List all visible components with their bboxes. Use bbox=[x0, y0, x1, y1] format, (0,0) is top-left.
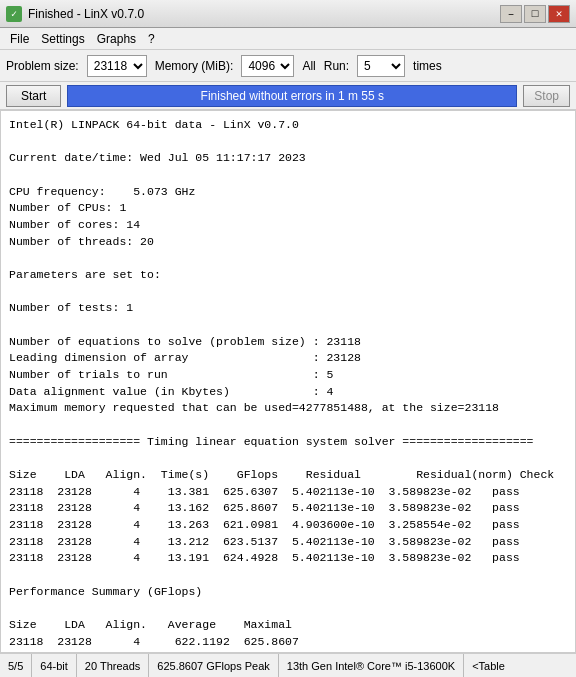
memory-select[interactable]: 4096 bbox=[241, 55, 294, 77]
menu-settings[interactable]: Settings bbox=[35, 30, 90, 48]
app-icon: ✓ bbox=[6, 6, 22, 22]
minimize-button[interactable]: – bbox=[500, 5, 522, 23]
memory-label: Memory (MiB): bbox=[155, 59, 234, 73]
start-button[interactable]: Start bbox=[6, 85, 61, 107]
status-gflops: 625.8607 GFlops Peak bbox=[149, 654, 279, 677]
menu-graphs[interactable]: Graphs bbox=[91, 30, 142, 48]
menu-help[interactable]: ? bbox=[142, 30, 161, 48]
times-label: times bbox=[413, 59, 442, 73]
status-bits: 64-bit bbox=[32, 654, 77, 677]
title-bar: ✓ Finished - LinX v0.7.0 – □ ✕ bbox=[0, 0, 576, 28]
problem-size-label: Problem size: bbox=[6, 59, 79, 73]
stop-button[interactable]: Stop bbox=[523, 85, 570, 107]
run-select[interactable]: 5 bbox=[357, 55, 405, 77]
window-controls: – □ ✕ bbox=[500, 5, 570, 23]
title-bar-left: ✓ Finished - LinX v0.7.0 bbox=[6, 6, 144, 22]
problem-size-select[interactable]: 23118 bbox=[87, 55, 147, 77]
window-title: Finished - LinX v0.7.0 bbox=[28, 7, 144, 21]
status-table[interactable]: <Table bbox=[464, 654, 513, 677]
menu-bar: File Settings Graphs ? bbox=[0, 28, 576, 50]
maximize-button[interactable]: □ bbox=[524, 5, 546, 23]
toolbar: Problem size: 23118 Memory (MiB): 4096 A… bbox=[0, 50, 576, 82]
status-threads: 20 Threads bbox=[77, 654, 149, 677]
menu-file[interactable]: File bbox=[4, 30, 35, 48]
output-area[interactable]: Intel(R) LINPACK 64-bit data - LinX v0.7… bbox=[0, 110, 576, 653]
status-cpu: 13th Gen Intel® Core™ i5-13600K bbox=[279, 654, 464, 677]
status-text: Finished without errors in 1 m 55 s bbox=[67, 85, 517, 107]
close-button[interactable]: ✕ bbox=[548, 5, 570, 23]
run-label: Run: bbox=[324, 59, 349, 73]
status-run: 5/5 bbox=[0, 654, 32, 677]
memory-all-label: All bbox=[302, 59, 315, 73]
action-bar: Start Finished without errors in 1 m 55 … bbox=[0, 82, 576, 110]
status-bar-bottom: 5/5 64-bit 20 Threads 625.8607 GFlops Pe… bbox=[0, 653, 576, 677]
